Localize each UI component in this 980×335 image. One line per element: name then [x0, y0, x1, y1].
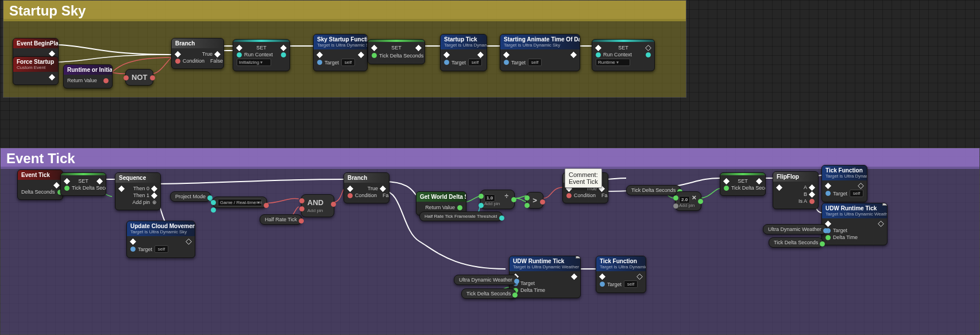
- condition-pin[interactable]: [348, 193, 353, 198]
- exec-in-pin[interactable]: [175, 51, 181, 57]
- exec-a-pin[interactable]: [809, 184, 815, 191]
- is-a-pin[interactable]: [809, 199, 815, 204]
- exec-out-pin[interactable]: [415, 45, 422, 51]
- node-udw-runtime-tick-lower[interactable]: UDW Runtime TickTarget is Ultra Dynamic …: [509, 256, 581, 298]
- node-set-tick-delta[interactable]: SET Tick Delta Seconds 0.01: [368, 39, 425, 64]
- in-pin-b[interactable]: [211, 207, 216, 213]
- exec-out-pin[interactable]: [53, 182, 60, 188]
- in-a-pin[interactable]: [673, 195, 678, 201]
- in-b-pin[interactable]: [299, 206, 304, 211]
- in-b-pin[interactable]: [479, 203, 484, 208]
- exec-in-pin[interactable]: [825, 183, 831, 189]
- node-starting-animate-tod[interactable]: Starting Animate Time Of Day OffsetTarge…: [500, 34, 580, 71]
- node-and[interactable]: AND Add pin: [301, 194, 334, 217]
- exec-true-pin[interactable]: [380, 186, 386, 192]
- exec-in-pin[interactable]: [130, 238, 136, 245]
- exec-out-pin[interactable]: [645, 45, 651, 51]
- exec-then0-pin[interactable]: [151, 186, 157, 192]
- dropdown-run-context[interactable]: Runtime: [596, 59, 630, 66]
- node-branch[interactable]: Branch True ConditionFalse: [171, 38, 224, 69]
- node-set-tick-delta-event[interactable]: SET Tick Delta Seconds: [60, 172, 106, 196]
- exec-in-pin[interactable]: [599, 274, 605, 280]
- node-branch-2[interactable]: Branch True ConditionFalse: [344, 172, 389, 203]
- exec-in-pin[interactable]: [776, 184, 782, 191]
- node-update-cloud-movement[interactable]: Update Cloud MovementTarget is Ultra Dyn…: [126, 221, 195, 258]
- var-ultra-dynamic-weather[interactable]: Ultra Dynamic Weather: [763, 224, 827, 234]
- exec-in-pin[interactable]: [236, 45, 242, 51]
- float-pin[interactable]: [64, 186, 70, 191]
- exec-out-pin[interactable]: [97, 178, 103, 184]
- node-force-startup[interactable]: Force StartupCustom Event: [13, 56, 59, 85]
- exec-in-pin[interactable]: [723, 178, 730, 184]
- exec-then1-pin[interactable]: [151, 192, 157, 199]
- exec-in-pin[interactable]: [443, 52, 450, 58]
- enum-pin[interactable]: [596, 52, 601, 57]
- out-pin[interactable]: [281, 52, 286, 57]
- enum-pin[interactable]: [237, 52, 242, 57]
- exec-in-pin[interactable]: [347, 186, 353, 192]
- comment-title[interactable]: Startup Sky: [3, 1, 686, 21]
- node-set-run-context[interactable]: SET Run Context Initializing: [233, 39, 290, 71]
- exec-out-pin[interactable]: [280, 45, 287, 51]
- condition-pin[interactable]: [175, 59, 180, 64]
- condition-pin[interactable]: [566, 193, 572, 198]
- out-pin[interactable]: [299, 218, 304, 224]
- var-project-mode[interactable]: Project Mode: [170, 191, 211, 202]
- bool-out-pin[interactable]: [264, 203, 269, 208]
- in-a-pin[interactable]: [524, 195, 530, 201]
- exec-b-pin[interactable]: [809, 191, 815, 198]
- exec-out-pin[interactable]: [636, 274, 643, 280]
- out-pin[interactable]: [698, 199, 703, 204]
- dropdown-run-context[interactable]: Initializing: [237, 59, 271, 66]
- node-multiply[interactable]: 2.0 × Add pin: [675, 191, 701, 211]
- node-set-tick-delta-x2[interactable]: SET Tick Delta Seconds: [720, 172, 766, 196]
- exec-out-pin[interactable]: [878, 221, 884, 227]
- node-udw-runtime-tick[interactable]: UDW Runtime TickTarget is Ultra Dynamic …: [821, 203, 888, 245]
- float-out-pin[interactable]: [457, 205, 462, 210]
- var-half-rate-threshold[interactable]: Half Rate Tick Framerate Threshold: [419, 211, 503, 221]
- exec-in-pin[interactable]: [595, 45, 601, 51]
- exec-out-pin[interactable]: [358, 52, 364, 58]
- exec-out-pin[interactable]: [477, 52, 484, 58]
- delta-time-pin[interactable]: [825, 235, 831, 240]
- float-pin[interactable]: [724, 186, 729, 191]
- out-pin[interactable]: [823, 228, 828, 233]
- float-pin[interactable]: [372, 53, 377, 58]
- target-pin[interactable]: [130, 247, 136, 252]
- node-flip-flop[interactable]: FlipFlop A B Is A: [773, 171, 819, 209]
- var-half-rate-tick[interactable]: Half Rate Tick: [260, 214, 302, 225]
- var-ultra-dynamic-weather-lower[interactable]: Ultra Dynamic Weather: [454, 275, 518, 285]
- exec-in-pin[interactable]: [371, 45, 377, 51]
- in-pin[interactable]: [211, 200, 216, 205]
- exec-in-pin[interactable]: [503, 52, 510, 58]
- node-tick-function-lower[interactable]: Tick FunctionTarget is Ultra Dynamic Sky…: [596, 256, 646, 293]
- node-event-tick[interactable]: Event Tick Delta Seconds: [17, 170, 63, 200]
- target-pin[interactable]: [825, 191, 831, 196]
- bool-out-pin[interactable]: [331, 202, 336, 207]
- target-pin[interactable]: [600, 282, 605, 287]
- exec-out-pin[interactable]: [858, 183, 864, 189]
- in-b-pin[interactable]: [673, 203, 678, 209]
- target-pin[interactable]: [444, 60, 449, 65]
- out-pin[interactable]: [514, 279, 519, 284]
- out-pin[interactable]: [646, 52, 651, 57]
- node-not[interactable]: NOT: [125, 69, 153, 86]
- in-a-pin[interactable]: [479, 194, 484, 199]
- node-sky-startup-functions[interactable]: Sky Startup FunctionsTarget is Ultra Dyn…: [313, 34, 368, 71]
- node-runtime-or-initializing[interactable]: Runtime or Initializing Return Value: [63, 64, 113, 88]
- node-greater-than[interactable]: >: [526, 192, 543, 209]
- dropdown-compare[interactable]: Game / Real-time: [218, 199, 262, 206]
- exec-in-pin[interactable]: [118, 186, 125, 192]
- exec-in-pin[interactable]: [317, 52, 323, 58]
- bool-out-pin[interactable]: [103, 78, 109, 83]
- exec-out-pin[interactable]: [756, 178, 762, 184]
- bool-in-pin[interactable]: [124, 75, 129, 80]
- var-tick-delta-seconds-lower[interactable]: Tick Delta Seconds: [461, 288, 516, 299]
- exec-out-pin[interactable]: [186, 238, 192, 245]
- in-a-pin[interactable]: [299, 198, 304, 203]
- var-tick-delta-seconds[interactable]: Tick Delta Seconds: [769, 237, 823, 248]
- node-sequence[interactable]: Sequence Then 0 Then 1 Add pin ⊕: [115, 172, 161, 210]
- exec-out-pin[interactable]: [49, 74, 55, 80]
- exec-out-pin[interactable]: [571, 274, 577, 280]
- out-pin[interactable]: [511, 197, 516, 202]
